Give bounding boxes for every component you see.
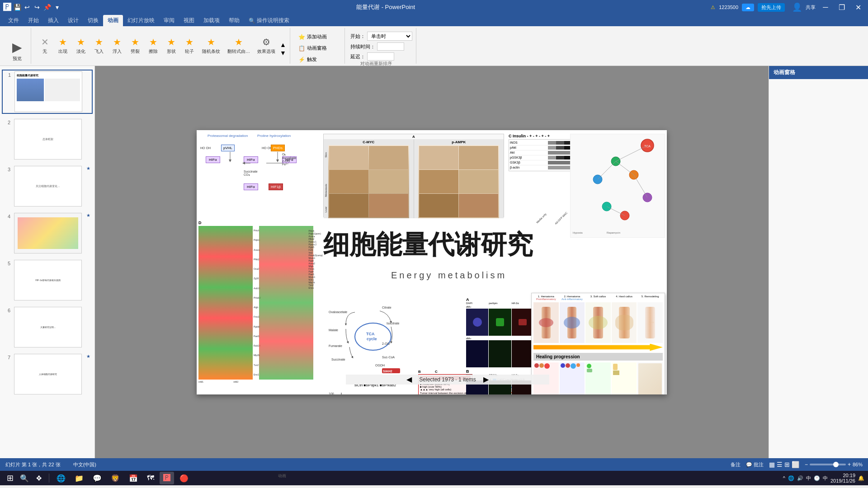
duration-input[interactable] (377, 42, 404, 51)
tab-review[interactable]: 审阅 (159, 15, 179, 26)
share-text[interactable]: 共享 (806, 4, 816, 11)
slide-num-5: 5 (3, 260, 10, 300)
language-text: 中文(中国) (73, 461, 96, 468)
effect-options-button[interactable]: ⚙效果选项 (255, 35, 278, 56)
trigger-button[interactable]: ⚡ 触发 (296, 54, 341, 65)
healing-stages: 1. HematomaProinflammatory 2. HematomaAn… (533, 295, 663, 300)
slide-thumb-1[interactable]: 1 细胞能量代谢研究 (2, 70, 93, 114)
ime-indicator[interactable]: 中 (806, 475, 811, 482)
nav-right-arrow[interactable]: ▶ (483, 375, 489, 384)
tab-home[interactable]: 开始 (24, 15, 43, 26)
delay-input[interactable] (367, 52, 394, 61)
wechat-app[interactable]: 💬 (89, 472, 105, 484)
anim-float-button[interactable]: ★浮入 (109, 35, 125, 56)
task-view-button[interactable]: ❖ (33, 472, 45, 484)
notes-btn[interactable]: 备注 (731, 461, 741, 468)
slide-thumb-2[interactable]: 2 总体框架 (2, 117, 93, 161)
svg-line-14 (616, 161, 634, 175)
restore-button[interactable]: ❐ (835, 1, 848, 14)
zoom-slider[interactable] (810, 464, 846, 465)
slide-thumb-6[interactable]: 6 大量研究证明... (2, 305, 93, 349)
tab-insert[interactable]: 插入 (43, 15, 63, 26)
powerpoint-app[interactable]: 🅿 (160, 472, 174, 484)
anim-wheel-button[interactable]: ★轮子 (181, 35, 198, 56)
search-button[interactable]: 🔍 (18, 472, 31, 484)
slide-main-title: 细胞能量代谢研究 (323, 227, 585, 263)
selected-items-text: Selected 1973 · 1 items (419, 376, 476, 383)
normal-view-btn[interactable]: ▦ (769, 461, 775, 468)
tab-transitions[interactable]: 切换 (83, 15, 103, 26)
zoom-out-btn[interactable]: − (805, 461, 808, 468)
add-anim-label: 添加动画 (307, 33, 327, 40)
brave-app[interactable]: 🦁 (107, 472, 123, 484)
anim-fade-button[interactable]: ★淡化 (73, 35, 89, 56)
pin-icon[interactable]: 📌 (43, 4, 51, 11)
slide-num-4: 4 (3, 213, 10, 253)
anim-flyin-button[interactable]: ★飞入 (91, 35, 107, 56)
slide-thumb-7[interactable]: 7 人体细胞代谢研究 ★ (2, 352, 93, 396)
tab-search[interactable]: 🔍操作说明搜索 (244, 15, 294, 26)
cloud-icon: ☁ (742, 4, 754, 11)
undo-icon[interactable]: ↩ (24, 4, 31, 11)
anim-split-button[interactable]: ★劈裂 (127, 35, 143, 56)
anim-appear-button[interactable]: ★出现 (55, 35, 71, 56)
volume-icon[interactable]: 🔊 (797, 475, 803, 481)
slide-img-6: 大量研究证明... (14, 307, 82, 347)
tab-view[interactable]: 视图 (179, 15, 199, 26)
anim-none-button[interactable]: ✕无 (37, 35, 53, 56)
slide-thumb-5[interactable]: 5 HIF-1α影响代谢相关基因 (2, 258, 93, 302)
anim-shape-button[interactable]: ★形状 (163, 35, 179, 56)
explorer-app[interactable]: 📁 (71, 472, 87, 484)
anim-random-button[interactable]: ★随机条纹 (199, 35, 223, 56)
preview-button[interactable]: ▶ 预览 (7, 38, 27, 64)
redo-icon[interactable]: ↪ (33, 4, 41, 11)
tab-slideshow[interactable]: 幻灯片放映 (123, 15, 159, 26)
tab-addins[interactable]: 加载项 (199, 15, 224, 26)
close-button[interactable]: ✕ (852, 1, 864, 14)
calendar-app[interactable]: 📅 (125, 472, 142, 484)
anim-flip-button[interactable]: ★翻转式由… (225, 35, 253, 56)
profile-icon[interactable]: 👤 (792, 2, 802, 12)
clock-icon: 🕐 (814, 475, 820, 481)
scroll-down-icon[interactable]: ▼ (280, 49, 286, 56)
maps-app[interactable]: 🗺 (143, 472, 158, 484)
outline-view-btn[interactable]: ☰ (777, 461, 783, 468)
start-dropdown[interactable]: 单击时 (367, 32, 412, 41)
duration-row: 持续时间： (350, 42, 412, 51)
nav-left-arrow[interactable]: ◀ (406, 375, 412, 384)
presenter-view-btn[interactable]: ⬜ (792, 461, 799, 468)
tca-diagram: TCA cycle Oxaloacetate Citrate Malate Is… (328, 300, 418, 374)
titlebar-left: 🅿 💾 ↩ ↪ 📌 ▾ (4, 4, 61, 11)
flyin-icon: ★ (95, 37, 103, 47)
tab-file[interactable]: 文件 (4, 15, 24, 26)
tab-animations[interactable]: 动画 (103, 15, 123, 26)
tab-design[interactable]: 设计 (63, 15, 83, 26)
minimize-button[interactable]: ─ (819, 1, 832, 14)
input-method[interactable]: 中 (823, 475, 828, 482)
scroll-up-icon[interactable]: ▲ (280, 41, 286, 48)
play-icon: ▶ (12, 40, 22, 55)
slide-sorter-btn[interactable]: ⊞ (784, 461, 790, 468)
notification-btn[interactable]: 🔔 (858, 475, 864, 481)
add-animation-button[interactable]: ⭐ 添加动画 (296, 32, 341, 42)
zoom-in-btn[interactable]: + (848, 461, 851, 468)
dropdown-icon[interactable]: ▾ (53, 4, 61, 11)
tab-help[interactable]: 帮助 (224, 15, 244, 26)
slide-num-7: 7 (3, 354, 10, 394)
save-icon[interactable]: 💾 (14, 4, 21, 11)
animation-pane-button[interactable]: 📋 动画窗格 (296, 43, 341, 53)
anim-wipe-button[interactable]: ★擦除 (145, 35, 161, 56)
delay-label: 延迟： (350, 53, 365, 60)
canvas-area[interactable]: Proteasomal degradation Proline hydroxyl… (95, 66, 769, 458)
upload-button[interactable]: 抢先上传 (758, 3, 785, 12)
slide-thumb-4[interactable]: 4 ★ (2, 211, 93, 255)
system-tray-expand[interactable]: ^ (783, 475, 785, 481)
comments-btn[interactable]: 💬 批注 (746, 461, 764, 468)
slide-thumb-3[interactable]: 3 关注细胞代谢变化... ★ (2, 164, 93, 208)
zoom-controls: − + 86% (805, 461, 863, 468)
warning-text: 1223500 (719, 5, 738, 10)
edge-app[interactable]: 🌐 (53, 472, 69, 484)
start-button[interactable]: ⊞ (4, 472, 16, 484)
other-app[interactable]: 🔴 (176, 472, 192, 484)
split-icon: ★ (131, 37, 139, 47)
